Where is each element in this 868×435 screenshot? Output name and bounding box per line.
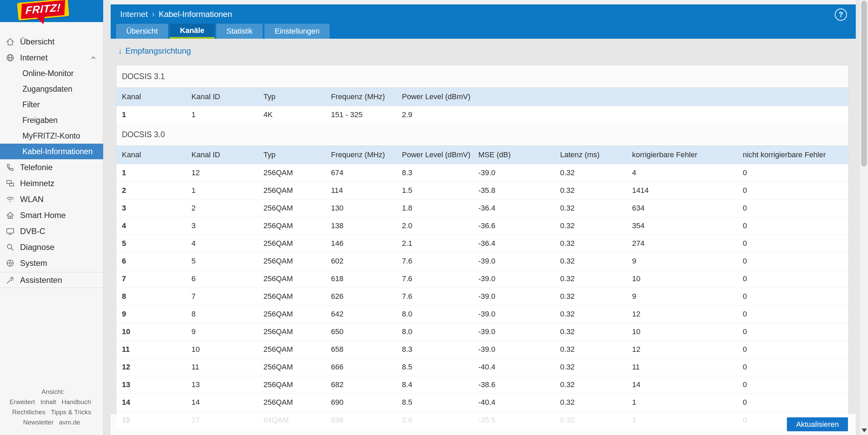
sidebar-item-dvb-c[interactable]: DVB-C	[0, 223, 103, 239]
column-header: MSE (dB)	[473, 146, 555, 164]
table-cell: 6	[116, 252, 186, 270]
table-cell: 7.6	[396, 270, 473, 288]
footer-link[interactable]: avm.de	[59, 419, 80, 426]
table-row: 76256QAM6187.6-39.00.32100	[116, 270, 848, 288]
tab-statistik[interactable]: Statistik	[216, 24, 263, 39]
table-cell: 1	[186, 106, 258, 124]
scrollbar[interactable]	[860, 0, 868, 435]
table-cell: 274	[627, 235, 737, 252]
scrollbar-down-arrow-icon[interactable]	[862, 429, 867, 432]
table-cell: -38.6	[473, 376, 555, 394]
table-cell: 8.5	[396, 358, 473, 376]
table-cell: 658	[326, 341, 396, 358]
table-cell: 0	[737, 182, 848, 199]
table-cell: 256QAM	[258, 217, 326, 235]
sidebar-item-heimnetz[interactable]: Heimnetz	[0, 175, 103, 191]
sidebar-item-system[interactable]: System	[0, 255, 103, 271]
logo-bar: FRITZ!	[0, 0, 103, 22]
table-row: 43256QAM1382.0-36.60.323540	[116, 217, 848, 235]
refresh-button[interactable]: Aktualisieren	[787, 417, 848, 431]
table-cell: 256QAM	[258, 376, 326, 394]
table-cell: 256QAM	[258, 358, 326, 376]
table-cell: 8.5	[396, 394, 473, 411]
tv-icon	[5, 226, 15, 236]
table-cell: 0	[737, 270, 848, 288]
table-cell: 256QAM	[258, 394, 326, 411]
docsis30-section: DOCSIS 3.0 KanalKanal IDTypFrequenz (MHz…	[116, 124, 848, 429]
sidebar-item-online-monitor[interactable]: Online-Monitor	[0, 66, 103, 81]
table-cell: 690	[326, 394, 396, 411]
sidebar-item-filter[interactable]: Filter	[0, 97, 103, 112]
table-row: 65256QAM6027.6-39.00.3290	[116, 252, 848, 270]
sidebar-item-zugangsdaten[interactable]: Zugangsdaten	[0, 81, 103, 97]
sidebar-item-kabel-informationen[interactable]: Kabel-Informationen	[0, 144, 103, 159]
table-cell: 2	[116, 182, 186, 199]
phone-icon	[5, 163, 15, 172]
column-header: korrigierbare Fehler	[627, 146, 737, 164]
sidebar: FRITZ! ÜbersichtInternetOnline-MonitorZu…	[0, 0, 103, 435]
sidebar-item-telefonie[interactable]: Telefonie	[0, 159, 103, 175]
sidebar-item-myfritz-konto[interactable]: MyFRITZ!-Konto	[0, 128, 103, 144]
footer-link[interactable]: Tipps & Tricks	[51, 409, 91, 416]
docsis31-table: KanalKanal IDTypFrequenz (MHz)Power Leve…	[116, 88, 848, 124]
table-cell: 0.32	[555, 252, 627, 270]
table-cell: 1	[186, 182, 258, 199]
sidebar-item-label: Filter	[22, 100, 40, 109]
table-cell: 256QAM	[258, 288, 326, 305]
table-cell: 0	[737, 217, 848, 235]
direction-toggle[interactable]: ↓ Empfangsrichtung	[118, 46, 191, 56]
tab-kanaele[interactable]: Kanäle	[170, 24, 215, 39]
table-cell: 0	[737, 358, 848, 376]
sidebar-item-label: Heimnetz	[20, 179, 54, 188]
sidebar-item-diagnose[interactable]: Diagnose	[0, 239, 103, 255]
sidebar-item-smart-home[interactable]: Smart Home	[0, 207, 103, 223]
scrollbar-thumb[interactable]	[861, 1, 867, 166]
table-cell: 666	[326, 358, 396, 376]
globe-icon	[5, 53, 15, 62]
table-cell: 256QAM	[258, 341, 326, 358]
table-cell: 674	[326, 164, 396, 182]
footer-link[interactable]: Handbuch	[61, 398, 91, 405]
table-cell: 0	[737, 323, 848, 341]
sidebar-item-label: Telefonie	[20, 163, 53, 172]
table-cell: 0.32	[555, 235, 627, 252]
footer-link[interactable]: Rechtliches	[12, 409, 45, 416]
footer-link[interactable]: Ansicht: Erweitert	[10, 388, 64, 405]
sidebar-item-internet[interactable]: Internet	[0, 50, 103, 66]
help-button[interactable]: ?	[835, 8, 847, 21]
table-cell: 0.32	[555, 394, 627, 411]
table-cell: 6	[186, 270, 258, 288]
table-cell: 0.32	[555, 341, 627, 358]
tab-uebersicht[interactable]: Übersicht	[116, 24, 168, 39]
footer-link-row: RechtlichesTipps & Tricks	[0, 407, 103, 417]
breadcrumb-separator-icon: ›	[152, 10, 154, 19]
sidebar-item-freigaben[interactable]: Freigaben	[0, 112, 103, 128]
table-cell: -39.0	[473, 270, 555, 288]
table-row: 1110256QAM6588.3-39.00.32120	[116, 341, 848, 358]
sidebar-item-wlan[interactable]: WLAN	[0, 191, 103, 207]
sidebar-item-assistenten[interactable]: Assistenten	[0, 272, 103, 288]
sidebar-item-label: Diagnose	[20, 242, 54, 252]
table-cell: 0.32	[555, 270, 627, 288]
table-row: 87256QAM6267.6-39.00.3290	[116, 288, 848, 305]
table-cell: 256QAM	[258, 270, 326, 288]
table-cell: 634	[627, 199, 737, 217]
sidebar-item-uebersicht[interactable]: Übersicht	[0, 34, 103, 50]
footer-link[interactable]: Inhalt	[40, 398, 56, 405]
column-header: Kanal	[116, 146, 186, 164]
tab-einstellungen[interactable]: Einstellungen	[264, 24, 330, 39]
table-row: 1313256QAM6828.4-38.60.32140	[116, 376, 848, 394]
table-cell: 7.6	[396, 252, 473, 270]
table-cell: 642	[326, 305, 396, 323]
table-cell: 2.9	[396, 106, 848, 124]
table-cell: 12	[627, 305, 737, 323]
table-cell: 9	[116, 305, 186, 323]
chevron-up-icon	[90, 54, 97, 61]
breadcrumb-internet[interactable]: Internet	[120, 10, 148, 19]
table-row: 32256QAM1301.8-36.40.326340	[116, 199, 848, 217]
footer-link[interactable]: Newsletter	[23, 419, 54, 426]
sidebar-item-label: Kabel-Informationen	[22, 147, 93, 156]
logo-pointer	[37, 16, 46, 25]
fritz-logo[interactable]: FRITZ!	[18, 0, 72, 26]
channel-info-card: DOCSIS 3.1 KanalKanal IDTypFrequenz (MHz…	[116, 65, 849, 429]
